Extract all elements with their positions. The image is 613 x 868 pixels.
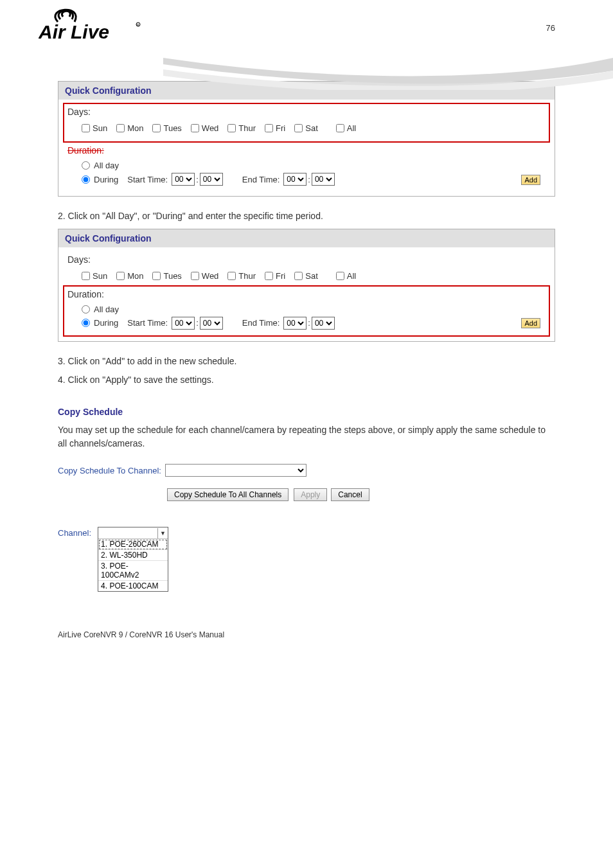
channel-select-top[interactable]: ▼ — [98, 527, 168, 539]
day-sat[interactable]: Sat — [294, 123, 318, 133]
quick-config-panel-1: Quick Configuration Days: Sun Mon Tues W… — [58, 81, 555, 197]
during-row: During Start Time: 00 : 00 End Time: 00 … — [65, 172, 521, 187]
quick-config-panel-2: Quick Configuration Days: Sun Mon Tues W… — [58, 229, 555, 342]
chevron-down-icon: ▼ — [157, 528, 168, 538]
channel-option[interactable]: 1. POE-260CAM — [98, 539, 168, 550]
start-mm[interactable]: 00 — [200, 173, 223, 186]
day-tues[interactable]: Tues — [152, 271, 181, 281]
allday-radio[interactable] — [82, 161, 90, 170]
day-wed[interactable]: Wed — [191, 123, 219, 133]
channel-option[interactable]: 2. WL-350HD — [98, 550, 168, 561]
during-radio[interactable] — [82, 319, 90, 327]
add-button[interactable]: Add — [521, 175, 540, 185]
header-swoosh — [163, 51, 613, 90]
add-button[interactable]: Add — [521, 318, 540, 328]
cancel-button[interactable]: Cancel — [331, 488, 369, 501]
day-mon[interactable]: Mon — [116, 123, 143, 133]
copy-schedule-heading: Copy Schedule — [58, 405, 555, 420]
duration-label: Duration: — [65, 287, 548, 303]
allday-row: All day — [65, 159, 548, 172]
end-mm[interactable]: 00 — [312, 317, 335, 330]
duration-highlight: Duration: All day During Start Time: 00 … — [64, 286, 549, 336]
during-row: During Start Time: 00 : 00 End Time: 00 … — [65, 315, 521, 331]
day-fri[interactable]: Fri — [265, 271, 285, 281]
apply-button[interactable]: Apply — [294, 488, 327, 501]
channel-option[interactable]: 3. POE-100CAMv2 — [98, 561, 168, 581]
channel-area: Channel: ▼ 1. POE-260CAM 2. WL-350HD 3. … — [58, 527, 555, 592]
day-mon[interactable]: Mon — [116, 271, 143, 281]
start-hh[interactable]: 00 — [172, 317, 195, 330]
end-hh[interactable]: 00 — [283, 317, 306, 330]
footer-text: AirLive CoreNVR 9 / CoreNVR 16 User's Ma… — [58, 630, 555, 639]
copy-schedule-select[interactable] — [165, 464, 306, 477]
allday-label: All day — [94, 305, 119, 314]
instruction-4: 4. Click on "Apply" to save the settings… — [58, 373, 555, 387]
day-fri[interactable]: Fri — [265, 123, 285, 133]
allday-row: All day — [65, 303, 548, 315]
page-number: 76 — [546, 23, 555, 33]
during-label: During — [94, 175, 118, 184]
day-all[interactable]: All — [336, 123, 356, 133]
svg-text:Air Live: Air Live — [39, 21, 109, 42]
channel-label: Channel: — [58, 527, 91, 538]
day-sun[interactable]: Sun — [82, 123, 107, 133]
copy-schedule-desc: You may set up the schedule for each cha… — [58, 423, 555, 451]
channel-option[interactable]: 4. POE-100CAM — [98, 581, 168, 591]
during-label: During — [94, 318, 118, 328]
header: Air Live R — [0, 0, 613, 77]
days-label: Days: — [65, 252, 548, 269]
allday-label: All day — [94, 161, 119, 170]
start-mm[interactable]: 00 — [200, 317, 223, 330]
end-time-label: End Time: — [242, 175, 280, 184]
days-checks: Sun Mon Tues Wed Thur Fri Sat All — [65, 269, 548, 286]
start-hh[interactable]: 00 — [172, 173, 195, 186]
instruction-2: 2. Click on "All Day", or "During" and e… — [58, 209, 555, 224]
end-time-label: End Time: — [242, 318, 280, 328]
day-thur[interactable]: Thur — [227, 123, 256, 133]
channel-list: 1. POE-260CAM 2. WL-350HD 3. POE-100CAMv… — [98, 539, 168, 591]
days-checks: Sun Mon Tues Wed Thur Fri Sat All — [65, 121, 547, 138]
start-time-label: Start Time: — [127, 318, 168, 328]
day-all[interactable]: All — [336, 271, 356, 281]
during-radio[interactable] — [82, 175, 90, 184]
days-highlight: Days: Sun Mon Tues Wed Thur Fri Sat All — [64, 103, 549, 142]
day-sun[interactable]: Sun — [82, 271, 107, 281]
start-time-label: Start Time: — [127, 175, 168, 184]
copy-all-button[interactable]: Copy Schedule To All Channels — [167, 488, 289, 501]
day-thur[interactable]: Thur — [227, 271, 256, 281]
logo: Air Live R — [39, 5, 148, 44]
copy-schedule-area: Copy Schedule To Channel: Copy Schedule … — [58, 464, 555, 501]
days-label: Days: — [65, 105, 547, 121]
end-mm[interactable]: 00 — [312, 173, 335, 186]
duration-label-strike: Duration: — [65, 143, 548, 159]
svg-text:R: R — [137, 23, 139, 27]
channel-dropdown[interactable]: ▼ 1. POE-260CAM 2. WL-350HD 3. POE-100CA… — [98, 527, 168, 592]
panel-title: Quick Configuration — [58, 229, 555, 247]
copy-schedule-label: Copy Schedule To Channel: — [58, 466, 161, 475]
allday-radio[interactable] — [82, 305, 90, 314]
instruction-3: 3. Click on "Add" to add in the new sche… — [58, 355, 555, 369]
day-sat[interactable]: Sat — [294, 271, 318, 281]
end-hh[interactable]: 00 — [283, 173, 306, 186]
day-wed[interactable]: Wed — [191, 271, 219, 281]
day-tues[interactable]: Tues — [152, 123, 181, 133]
